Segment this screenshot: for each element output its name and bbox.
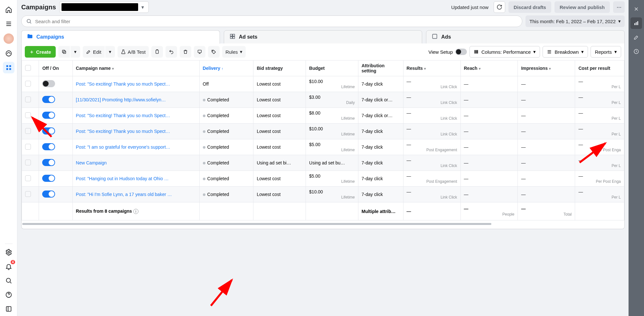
chevron-down-icon: ▾ bbox=[479, 67, 481, 70]
search-input[interactable] bbox=[35, 19, 517, 24]
row-name[interactable]: Post: "Hanging out in Hudson today at Oh… bbox=[72, 171, 199, 187]
col-reach[interactable]: Reach▾ bbox=[460, 60, 518, 76]
discard-drafts-button[interactable]: Discard drafts bbox=[508, 1, 551, 13]
page-title: Campaigns bbox=[21, 4, 56, 11]
info-icon[interactable]: i bbox=[133, 209, 138, 214]
row-checkbox[interactable] bbox=[22, 155, 39, 171]
row-checkbox[interactable] bbox=[22, 139, 39, 155]
row-name[interactable]: Post: "So exciting! Thank you so much Sp… bbox=[72, 108, 199, 124]
footer-results: — bbox=[403, 202, 460, 220]
edit-dropdown[interactable]: ▾ bbox=[105, 46, 115, 58]
col-results[interactable]: Results▾ bbox=[403, 60, 460, 76]
tag-button[interactable] bbox=[208, 46, 220, 58]
row-checkbox[interactable] bbox=[22, 92, 39, 108]
date-range-picker[interactable]: This month: Feb 1, 2022 – Feb 17, 2022 ▾ bbox=[526, 15, 625, 27]
left-nav-rail bbox=[0, 0, 17, 316]
footer-attribution: Multiple attrib… bbox=[358, 202, 403, 220]
row-results: —Link Click bbox=[403, 108, 460, 124]
horizontal-scrollbar[interactable] bbox=[22, 222, 624, 226]
col-name[interactable]: Campaign name▾ bbox=[72, 60, 199, 76]
row-checkbox[interactable] bbox=[22, 187, 39, 202]
svg-point-13 bbox=[27, 19, 31, 23]
table-row: Post: "So exciting! Thank you so much Sp… bbox=[22, 108, 624, 124]
reports-button[interactable]: Reports▾ bbox=[591, 46, 621, 58]
row-name[interactable]: Post: "So exciting! Thank you so much Sp… bbox=[72, 76, 199, 92]
col-cost[interactable]: Cost per result bbox=[575, 60, 624, 76]
tab-ads[interactable]: Ads bbox=[426, 30, 625, 44]
col-impressions[interactable]: Impressions▾ bbox=[518, 60, 575, 76]
columns-button[interactable]: Columns: Performance▾ bbox=[469, 46, 540, 58]
row-toggle[interactable] bbox=[39, 187, 72, 202]
col-attribution[interactable]: Attribution setting bbox=[358, 60, 403, 76]
rules-button[interactable]: Rules▾ bbox=[222, 46, 245, 58]
delete-button[interactable] bbox=[180, 46, 191, 58]
col-checkbox[interactable] bbox=[22, 60, 39, 76]
row-toggle[interactable] bbox=[39, 155, 72, 171]
row-attribution: 7-day click bbox=[358, 124, 403, 139]
row-name[interactable]: New Campaign bbox=[72, 155, 199, 171]
duplicate-button[interactable] bbox=[58, 46, 70, 58]
row-reach: — bbox=[460, 171, 518, 187]
collapse-icon[interactable] bbox=[3, 303, 14, 315]
history-icon[interactable] bbox=[630, 46, 642, 57]
tab-campaigns[interactable]: Campaigns bbox=[21, 30, 220, 44]
export-button[interactable] bbox=[194, 46, 205, 58]
chevron-down-icon: ▾ bbox=[614, 49, 617, 55]
bell-icon[interactable] bbox=[3, 261, 14, 272]
row-budget: $5.00Lifetime bbox=[306, 139, 358, 155]
breakdown-button[interactable]: Breakdown▾ bbox=[543, 46, 588, 58]
account-selector[interactable]: ▾ bbox=[59, 1, 149, 13]
col-budget[interactable]: Budget bbox=[306, 60, 358, 76]
tab-adsets[interactable]: Ad sets bbox=[224, 30, 422, 44]
undo-button[interactable] bbox=[166, 46, 177, 58]
row-toggle[interactable] bbox=[39, 108, 72, 124]
review-publish-button[interactable]: Review and publish bbox=[554, 1, 610, 13]
row-toggle[interactable] bbox=[39, 124, 72, 139]
refresh-button[interactable] bbox=[494, 1, 505, 13]
row-name[interactable]: Post: "So exciting! Thank you so much Sp… bbox=[72, 124, 199, 139]
home-icon[interactable] bbox=[3, 4, 14, 15]
row-checkbox[interactable] bbox=[22, 108, 39, 124]
chevron-down-icon: ▾ bbox=[549, 67, 551, 70]
toolbar: ＋Create ▾ Edit ▾ A/B Test Rules▾ View Se… bbox=[22, 43, 624, 60]
gauge-icon[interactable] bbox=[3, 48, 14, 59]
ads-manager-icon[interactable] bbox=[3, 62, 14, 73]
col-bid[interactable]: Bid strategy bbox=[253, 60, 306, 76]
footer-reach: —People bbox=[460, 202, 518, 220]
avatar[interactable] bbox=[4, 33, 14, 44]
create-button[interactable]: ＋Create bbox=[25, 46, 56, 58]
row-name[interactable]: Post: "Hi I'm Sofie Lynn, a 17 years old… bbox=[72, 187, 199, 202]
row-toggle[interactable] bbox=[39, 171, 72, 187]
gear-icon[interactable] bbox=[3, 246, 14, 258]
help-icon[interactable] bbox=[3, 289, 14, 301]
col-delivery[interactable]: Delivery↑ bbox=[199, 60, 253, 76]
row-toggle[interactable] bbox=[39, 139, 72, 155]
edit-icon[interactable] bbox=[630, 32, 642, 43]
row-name[interactable]: Post: "I am so grateful for everyone's s… bbox=[72, 139, 199, 155]
footer-results-from: Results from 8 campaignsi bbox=[72, 202, 199, 220]
row-checkbox[interactable] bbox=[22, 76, 39, 92]
row-checkbox[interactable] bbox=[22, 124, 39, 139]
row-toggle[interactable] bbox=[39, 92, 72, 108]
row-name[interactable]: [11/30/2021] Promoting http://www.sofiel… bbox=[72, 92, 199, 108]
col-offon[interactable]: Off / On bbox=[39, 60, 72, 76]
row-results: —Post Engagement bbox=[403, 139, 460, 155]
row-results: —Link Click bbox=[403, 124, 460, 139]
plus-icon: ＋ bbox=[29, 49, 34, 55]
duplicate-dropdown[interactable]: ▾ bbox=[71, 46, 80, 58]
row-toggle[interactable] bbox=[39, 76, 72, 92]
edit-button[interactable]: Edit bbox=[83, 46, 105, 58]
search-filter[interactable] bbox=[21, 15, 522, 27]
close-icon[interactable] bbox=[630, 3, 642, 15]
row-checkbox[interactable] bbox=[22, 171, 39, 187]
more-button[interactable]: ⋯ bbox=[613, 1, 625, 13]
row-bid: Lowest cost bbox=[253, 92, 306, 108]
view-setup-toggle[interactable] bbox=[455, 49, 467, 55]
menu-icon[interactable] bbox=[3, 18, 14, 30]
search-icon[interactable] bbox=[3, 275, 14, 286]
ab-test-button[interactable]: A/B Test bbox=[118, 46, 149, 58]
charts-icon[interactable] bbox=[630, 17, 642, 29]
copy-button[interactable] bbox=[151, 46, 163, 58]
row-delivery: Completed bbox=[199, 92, 253, 108]
row-cost: —Per L bbox=[575, 76, 624, 92]
